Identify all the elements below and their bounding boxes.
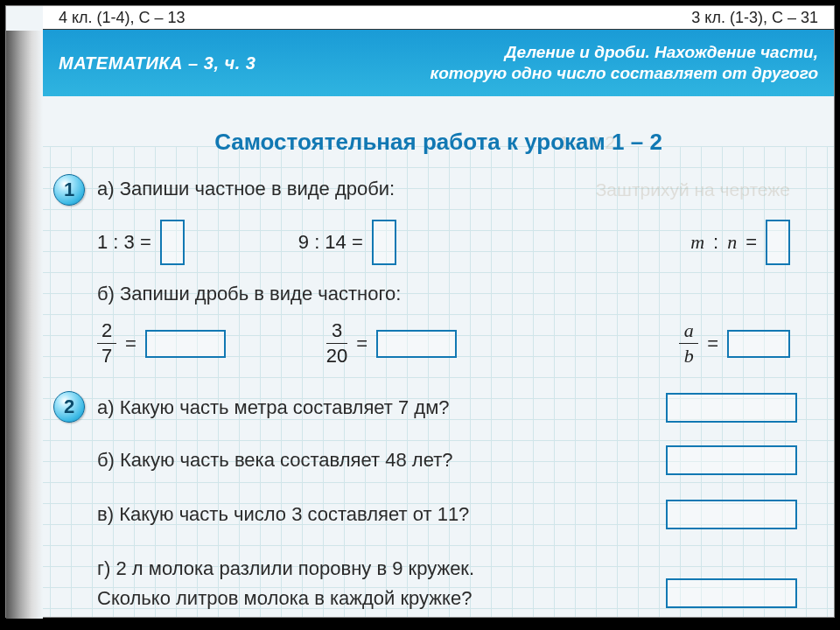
answer-box[interactable]	[766, 220, 790, 265]
eq-9-14: 9 : 14 =	[298, 220, 396, 265]
topic-line1: Деление и дроби. Нахождение части,	[430, 42, 818, 63]
task1a-row: 1 : 3 = 9 : 14 = m : n =	[97, 220, 816, 265]
frac-3-20: 320 =	[326, 321, 457, 366]
answer-box[interactable]	[666, 445, 797, 475]
answer-box[interactable]	[160, 220, 185, 265]
page: 4 кл. (1-4), С – 13 3 кл. (1-3), С – 31 …	[5, 5, 835, 618]
worksheet-title: Самостоятельная работа к урокам 1 – 2	[43, 129, 834, 156]
task1b-label: б) Запиши дробь в виде частного:	[97, 283, 816, 305]
meta-right: 3 кл. (1-3), С – 31	[691, 9, 818, 27]
frac-2-7: 27 =	[97, 321, 226, 366]
book-spine	[6, 31, 43, 619]
topic-line2: которую одно число составляет от другого	[430, 63, 818, 84]
task1a-label: а) Запиши частное в виде дроби:	[97, 178, 816, 200]
subject-title: МАТЕМАТИКА – 3, ч. 3	[59, 53, 256, 74]
eq-1-3: 1 : 3 =	[97, 220, 185, 265]
answer-box[interactable]	[727, 330, 790, 358]
answer-box[interactable]	[372, 220, 396, 265]
eq-m-n: m : n =	[690, 220, 790, 265]
answer-box[interactable]	[666, 500, 797, 529]
answer-box[interactable]	[666, 393, 797, 423]
topic-title: Деление и дроби. Нахождение части, котор…	[430, 42, 818, 84]
task2a: а) Какую часть метра составляет 7 дм?	[97, 396, 816, 419]
task-marker-2: 2	[53, 391, 85, 423]
answer-box[interactable]	[376, 330, 457, 358]
task-marker-1: 1	[53, 174, 85, 206]
task2d-line1: г) 2 л молока разлили поровну в 9 кружек…	[97, 557, 816, 580]
task1b-row: 27 = 320 = ab =	[97, 321, 816, 366]
frac-a-b: ab =	[679, 321, 790, 366]
task2c: в) Какую часть число 3 составляет от 11?	[97, 503, 816, 526]
subject-banner: МАТЕМАТИКА – 3, ч. 3 Деление и дроби. На…	[43, 30, 834, 96]
page-content: 4 кл. (1-4), С – 13 3 кл. (1-3), С – 31 …	[43, 6, 834, 617]
task2b: б) Какую часть века составляет 48 лет?	[97, 449, 816, 472]
answer-box[interactable]	[145, 330, 226, 358]
top-meta-bar: 4 кл. (1-4), С – 13 3 кл. (1-3), С – 31	[43, 6, 834, 30]
meta-left: 4 кл. (1-4), С – 13	[59, 9, 186, 27]
task2d-line2: Сколько литров молока в каждой кружке?	[97, 587, 816, 610]
grid-paper	[43, 146, 834, 617]
